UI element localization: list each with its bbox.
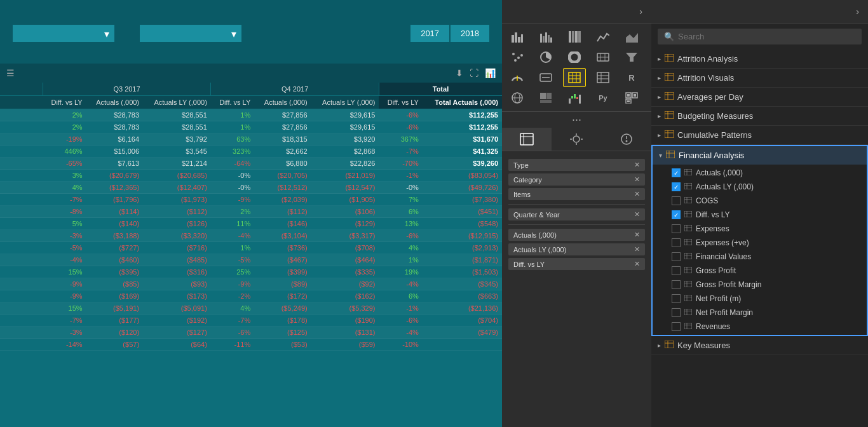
field-item-checkbox[interactable] <box>672 238 681 247</box>
field-item-checkbox[interactable] <box>672 210 681 219</box>
financial-type-select-wrapper[interactable] <box>13 25 114 42</box>
search-input[interactable] <box>678 32 855 41</box>
100pct-bar-icon[interactable] <box>563 27 586 46</box>
financial-item-select[interactable] <box>140 25 241 42</box>
qr-icon[interactable] <box>620 88 643 107</box>
items-tag-remove[interactable]: ✕ <box>634 190 640 198</box>
actuals-ly-value-tag[interactable]: Actuals LY (,000) ✕ <box>508 243 645 255</box>
field-group-averages-per-day[interactable]: ▸Averages per Day <box>651 88 868 107</box>
menu-icon[interactable]: ☰ <box>6 68 15 78</box>
field-group-financial-analysis[interactable]: ▾Financial AnalysisActuals (,000)Actuals… <box>651 145 868 336</box>
grouped-bar-icon[interactable] <box>534 27 557 46</box>
field-group-key-measures[interactable]: ▸Key Measures <box>651 336 868 355</box>
field-item-checkbox[interactable] <box>672 322 681 331</box>
field-group-cumulative-patterns[interactable]: ▸Cumulative Patterns <box>651 126 868 145</box>
field-item-checkbox[interactable] <box>672 182 681 191</box>
card-icon[interactable] <box>534 68 557 87</box>
donut-chart-icon[interactable] <box>563 48 586 67</box>
globe-icon[interactable] <box>506 88 529 107</box>
quarter-year-remove[interactable]: ✕ <box>634 210 640 219</box>
field-item-checkbox[interactable] <box>672 308 681 317</box>
analytics-tab[interactable] <box>602 128 651 151</box>
field-group-header[interactable]: ▸Averages per Day <box>651 88 868 106</box>
actuals-value-tag[interactable]: Actuals (,000) ✕ <box>508 229 645 241</box>
diff-value-tag[interactable]: Diff. vs LY ✕ <box>508 258 645 270</box>
fields-list[interactable]: ▸Attrition Analysis▸Attrition Visuals▸Av… <box>651 50 868 427</box>
field-group-attrition-analysis[interactable]: ▸Attrition Analysis <box>651 50 868 69</box>
area-chart-icon[interactable] <box>620 27 643 46</box>
type-field-tag[interactable]: Type ✕ <box>508 159 645 171</box>
treemap-icon[interactable] <box>534 88 557 107</box>
field-item-checkbox[interactable] <box>672 280 681 289</box>
gauge-icon[interactable] <box>506 68 529 87</box>
chart-icon[interactable]: 📊 <box>485 68 496 78</box>
field-item[interactable]: COGS <box>665 194 867 208</box>
diff-value-remove[interactable]: ✕ <box>634 260 640 268</box>
matrix-icon[interactable] <box>592 68 614 87</box>
field-group-name: Attrition Analysis <box>677 54 738 64</box>
field-item-checkbox[interactable] <box>672 266 681 275</box>
year-2018-button[interactable]: 2018 <box>451 25 489 42</box>
field-group-header[interactable]: ▸Budgeting Measures <box>651 107 868 125</box>
field-item[interactable]: Diff. vs LY <box>665 208 867 222</box>
funnel-icon[interactable] <box>620 48 643 67</box>
divider-2 <box>508 224 645 225</box>
category-field-tag[interactable]: Category ✕ <box>508 173 645 186</box>
field-item[interactable]: Actuals (,000) <box>665 166 867 180</box>
field-group-header[interactable]: ▾Financial Analysis <box>653 146 867 165</box>
field-item-checkbox[interactable] <box>672 196 681 205</box>
r-visual-icon[interactable]: R <box>620 68 643 87</box>
field-group-attrition-visuals[interactable]: ▸Attrition Visuals <box>651 69 868 88</box>
field-item[interactable]: Expenses <box>665 222 867 236</box>
field-group-header[interactable]: ▸Attrition Analysis <box>651 50 868 68</box>
field-item[interactable]: Gross Profit <box>665 264 867 278</box>
bar-chart-icon[interactable] <box>506 27 529 46</box>
focus-icon[interactable]: ⛶ <box>470 68 478 78</box>
python-icon[interactable]: Py <box>592 88 614 107</box>
format-tab[interactable] <box>552 128 601 151</box>
financial-item-select-wrapper[interactable] <box>140 25 241 42</box>
category-tag-remove[interactable]: ✕ <box>634 175 640 184</box>
field-group-header[interactable]: ▸Cumulative Patterns <box>651 126 868 144</box>
field-item[interactable]: Net Profit (m) <box>665 292 867 306</box>
viz-expand-icon[interactable]: › <box>639 6 642 17</box>
download-icon[interactable]: ⬇ <box>456 68 463 78</box>
field-item[interactable]: Actuals LY (,000) <box>665 180 867 194</box>
waterfall-icon[interactable] <box>563 88 586 107</box>
quarter-year-tag[interactable]: Quarter & Year ✕ <box>508 208 645 220</box>
year-2017-button[interactable]: 2017 <box>410 25 449 42</box>
actuals-ly-value-remove[interactable]: ✕ <box>634 245 640 254</box>
field-group-header[interactable]: ▸Attrition Visuals <box>651 69 868 87</box>
viz-more-dots[interactable]: ··· <box>502 112 651 128</box>
actuals-value-remove[interactable]: ✕ <box>634 231 640 239</box>
field-item-checkbox[interactable] <box>672 252 681 261</box>
field-item[interactable]: Net Profit Margin <box>665 306 867 320</box>
field-group-header[interactable]: ▸Key Measures <box>651 336 868 355</box>
search-box[interactable]: 🔍 <box>658 29 862 44</box>
fields-tab[interactable] <box>502 128 552 151</box>
year-buttons: 2017 2018 <box>410 25 489 42</box>
field-item[interactable]: Financial Values <box>665 250 867 264</box>
field-item-checkbox[interactable] <box>672 294 681 303</box>
field-group-budgeting-measures[interactable]: ▸Budgeting Measures <box>651 107 868 126</box>
field-item-checkbox[interactable] <box>672 168 681 177</box>
table-icon[interactable] <box>563 68 586 87</box>
viz-tabs <box>502 128 651 151</box>
field-item[interactable]: Gross Profit Margin <box>665 278 867 292</box>
items-field-tag[interactable]: Items ✕ <box>508 188 645 200</box>
scatter-icon[interactable] <box>506 48 529 67</box>
svg-rect-102 <box>684 267 692 273</box>
field-item[interactable]: Revenues <box>665 320 867 334</box>
fields-expand-icon[interactable]: › <box>856 6 859 17</box>
svg-rect-39 <box>547 93 552 99</box>
field-item-checkbox[interactable] <box>672 224 681 233</box>
field-item[interactable]: Expenses (+ve) <box>665 236 867 250</box>
line-chart-icon[interactable] <box>592 27 614 46</box>
map-icon[interactable] <box>592 48 614 67</box>
field-items: Actuals (,000)Actuals LY (,000)COGSDiff.… <box>653 165 867 335</box>
financial-table-container[interactable]: Q3 2017 Q4 2017 Total Diff. vs LY Actual… <box>0 83 502 427</box>
type-tag-remove[interactable]: ✕ <box>634 161 640 169</box>
field-group-arrow: ▸ <box>658 93 661 100</box>
financial-type-select[interactable] <box>13 25 114 42</box>
pie-chart-icon[interactable] <box>534 48 557 67</box>
